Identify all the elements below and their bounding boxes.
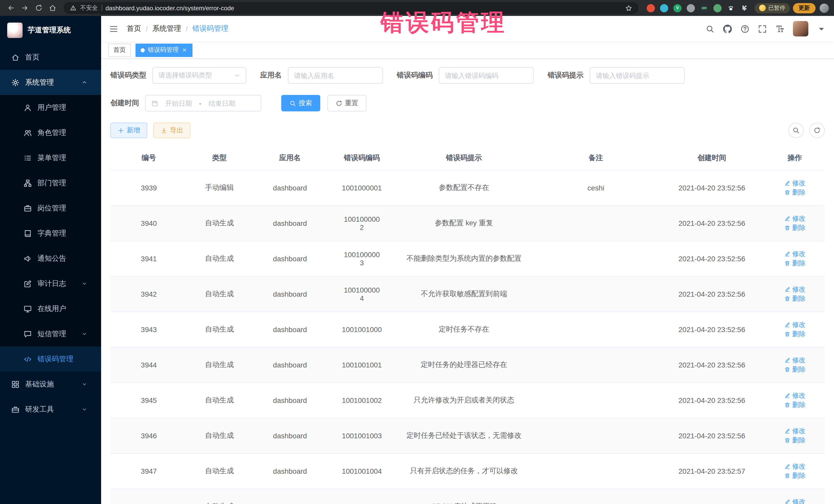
refresh-icon — [336, 100, 342, 107]
filter-label-error-code: 错误码编码 — [397, 71, 433, 80]
sidebar-item-infra[interactable]: 基础设施 — [0, 372, 101, 397]
edit-link[interactable]: 修改 — [784, 320, 806, 329]
cell-id: 3939 — [110, 170, 187, 205]
cell-app: dashboard — [251, 312, 328, 347]
sidebar-item-label: 字典管理 — [38, 229, 66, 238]
delete-link[interactable]: 删除 — [784, 365, 806, 374]
extension-icon-3[interactable]: V — [673, 4, 682, 12]
browser-update-button[interactable]: 更新 — [793, 3, 815, 13]
edit-link[interactable]: 修改 — [784, 462, 806, 471]
sidebar-item-user[interactable]: 用户管理 — [0, 95, 101, 120]
delete-link[interactable]: 删除 — [784, 259, 806, 268]
fullscreen-icon[interactable] — [758, 24, 767, 33]
edit-link[interactable]: 修改 — [784, 356, 806, 365]
delete-icon — [784, 225, 790, 231]
sidebar-item-system[interactable]: 系统管理 — [0, 70, 101, 95]
end-date-input[interactable] — [205, 99, 239, 107]
breadcrumb-item-2[interactable]: 系统管理 — [152, 24, 181, 34]
browser-profile-avatar[interactable] — [820, 3, 829, 13]
font-size-icon[interactable] — [775, 24, 784, 33]
bookmark-star-icon[interactable] — [625, 4, 632, 12]
export-button[interactable]: 导出 — [153, 123, 191, 138]
delete-link[interactable]: 删除 — [784, 400, 806, 410]
sidebar-item-error-code[interactable]: 错误码管理 — [0, 346, 101, 372]
delete-link-label: 删除 — [792, 294, 806, 303]
extension-icon-7[interactable] — [727, 4, 735, 12]
sidebar-item-dict[interactable]: 字典管理 — [0, 221, 101, 246]
breadcrumb-item-1[interactable]: 首页 — [127, 24, 141, 34]
date-range-picker[interactable]: - — [145, 95, 261, 111]
extension-icon-5[interactable]: on — [700, 4, 708, 12]
toggle-search-button[interactable] — [788, 123, 804, 138]
edit-link[interactable]: 修改 — [784, 214, 806, 223]
delete-link[interactable]: 删除 — [784, 223, 806, 233]
sidebar-item-devtool[interactable]: 研发工具 — [0, 397, 101, 422]
error-type-select[interactable]: 请选择错误码类型 — [152, 67, 246, 84]
sidebar-item-role[interactable]: 角色管理 — [0, 120, 101, 145]
sidebar-item-online[interactable]: 在线用户 — [0, 296, 101, 321]
delete-link[interactable]: 删除 — [784, 188, 806, 197]
extension-icon-8[interactable] — [740, 4, 748, 12]
tab-error-code[interactable]: 错误码管理 — [135, 43, 193, 57]
reset-button[interactable]: 重置 — [327, 95, 367, 111]
url-text[interactable]: dashboard.yudao.iocoder.cn/system/error-… — [106, 4, 621, 12]
sidebar-item-post[interactable]: 岗位管理 — [0, 196, 101, 221]
app-logo-row[interactable]: 芋道管理系统 — [0, 16, 101, 45]
cell-actions: 修改删除 — [765, 454, 825, 489]
home-icon — [11, 53, 20, 61]
edit-link[interactable]: 修改 — [784, 497, 806, 504]
breadcrumb-separator: / — [186, 25, 188, 33]
paused-badge[interactable]: 已暂停 — [754, 3, 790, 13]
delete-link[interactable]: 删除 — [784, 329, 806, 339]
edit-link[interactable]: 修改 — [784, 179, 806, 188]
edit-link[interactable]: 修改 — [784, 249, 806, 259]
extensions-area: Von — [643, 4, 751, 12]
extension-icon-1[interactable] — [647, 4, 655, 12]
sidebar-item-menu[interactable]: 菜单管理 — [0, 145, 101, 170]
start-date-input[interactable] — [162, 99, 196, 107]
app-name-input[interactable] — [288, 67, 383, 84]
cell-actions: 修改删除 — [765, 241, 825, 277]
hamburger-icon[interactable] — [109, 24, 118, 33]
error-code-input[interactable] — [439, 67, 534, 84]
sidebar-item-dept[interactable]: 部门管理 — [0, 170, 101, 196]
user-avatar[interactable] — [793, 21, 808, 37]
extension-icon-2[interactable] — [660, 4, 668, 12]
tree-icon — [24, 179, 32, 187]
security-label[interactable]: 不安全 — [80, 4, 98, 12]
sidebar-item-label: 菜单管理 — [38, 153, 66, 162]
extension-icon-6[interactable] — [714, 4, 722, 12]
refresh-table-button[interactable] — [809, 123, 825, 138]
user-icon — [24, 104, 32, 112]
edit-link[interactable]: 修改 — [784, 285, 806, 294]
search-button[interactable]: 搜索 — [281, 95, 320, 111]
cell-remark — [533, 382, 659, 418]
book-icon — [24, 229, 32, 237]
url-bar[interactable]: 不安全 dashboard.yudao.iocoder.cn/system/er… — [64, 2, 638, 14]
sidebar-item-audit[interactable]: 审计日志 — [0, 271, 101, 296]
help-icon[interactable] — [741, 24, 749, 33]
export-icon — [161, 127, 167, 134]
error-hint-input[interactable] — [590, 67, 685, 84]
extension-icon-4[interactable] — [687, 4, 695, 12]
close-icon[interactable] — [182, 47, 187, 53]
users-icon — [24, 129, 32, 137]
cell-created: 2021-04-20 23:52:57 — [659, 454, 765, 489]
cell-remark — [533, 454, 659, 489]
github-icon[interactable] — [723, 24, 732, 33]
sidebar-item-sms[interactable]: 短信管理 — [0, 321, 101, 346]
caret-down-icon[interactable] — [817, 24, 826, 33]
sidebar-item-notice[interactable]: 通知公告 — [0, 246, 101, 271]
filter-error-hint: 错误码提示 — [548, 67, 685, 84]
search-icon[interactable] — [706, 24, 715, 33]
cell-type: 自动生成 — [187, 277, 251, 312]
delete-link[interactable]: 删除 — [784, 471, 806, 480]
edit-link[interactable]: 修改 — [784, 426, 806, 436]
edit-link[interactable]: 修改 — [784, 391, 806, 400]
add-button[interactable]: 新增 — [110, 123, 147, 138]
delete-link-label: 删除 — [792, 400, 806, 410]
delete-link[interactable]: 删除 — [784, 294, 806, 303]
sidebar-item-home[interactable]: 首页 — [0, 45, 101, 70]
delete-link[interactable]: 删除 — [784, 436, 806, 445]
tab-home[interactable]: 首页 — [108, 43, 131, 57]
